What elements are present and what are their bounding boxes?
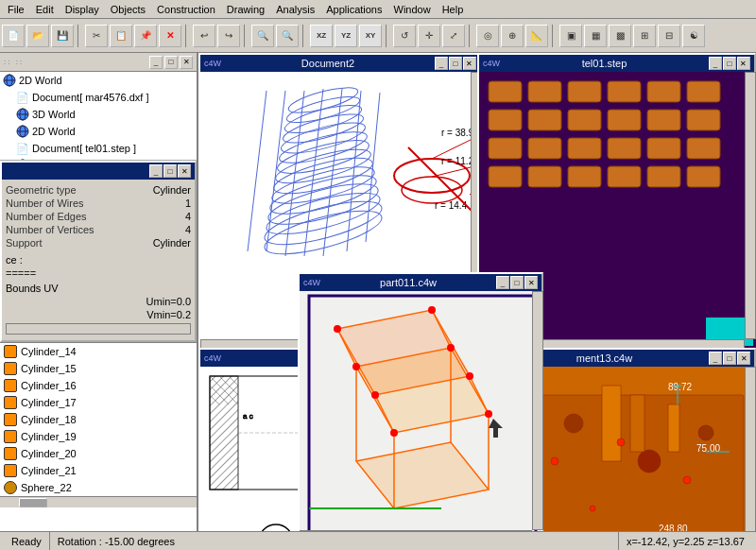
toolbar-save[interactable]: 💾 [51,25,74,47]
tel01-close[interactable]: ✕ [737,57,750,70]
tree-item-doc1[interactable]: 📄 Document[ mar4576.dxf ] [0,89,197,106]
cyl-item-16[interactable]: Cylinder_16 [0,377,197,394]
menu-edit[interactable]: Edit [30,2,60,17]
props-scrollbar[interactable] [6,323,191,335]
part011-close[interactable]: ✕ [524,276,538,289]
svg-rect-52 [568,110,601,130]
prop-vertices-value: 4 [185,224,191,235]
toolbar-open[interactable]: 📂 [26,25,49,47]
toolbar-sweep[interactable]: ◎ [476,25,499,47]
properties-panel: _ □ ✕ Geometric type Cylinder Number of … [0,161,197,342]
ment13-winbtns: _ □ ✕ [709,352,750,365]
cyl-item-19[interactable]: Cylinder_19 [0,428,197,445]
toolbar-snap[interactable]: ⊟ [658,25,680,47]
part011-maximize[interactable]: □ [510,276,524,289]
tel01-minimize[interactable]: _ [709,57,722,70]
menu-drawing[interactable]: Drawing [221,2,270,17]
toolbar-render[interactable]: ▩ [609,25,631,47]
ment13-vscroll[interactable] [745,367,756,531]
props-close[interactable]: ✕ [178,164,191,178]
part011-titlebar: c4W part011.c4w _ □ ✕ [300,274,541,291]
cyl-item-sphere[interactable]: Sphere_22 [0,479,197,496]
tree-item-2dworld2[interactable]: 2D World [0,123,197,140]
cyl-item-14[interactable]: Cylinder_14 [0,343,197,360]
doc2-maximize[interactable]: □ [449,57,462,70]
props-minimize[interactable]: _ [149,164,163,178]
toolbar-sep-4 [302,25,306,47]
props-content: Geometric type Cylinder Number of Wires … [2,180,195,340]
toolbar-grid[interactable]: ⊞ [633,25,656,47]
doc2-minimize[interactable]: _ [435,57,448,70]
svg-point-121 [698,425,713,440]
toolbar-delete[interactable]: ✕ [159,25,181,47]
menu-analysis[interactable]: Analysis [270,2,320,17]
svg-point-85 [428,306,436,314]
list-hscrollbar[interactable] [0,496,197,507]
doc2-close[interactable]: ✕ [463,57,476,70]
props-maximize[interactable]: □ [163,164,177,178]
cyl-item-17[interactable]: Cylinder_17 [0,394,197,411]
svg-point-25 [261,193,386,253]
toolbar-zoom[interactable]: 🔍 [251,25,274,47]
menu-help[interactable]: Help [437,2,470,17]
left-panel-maximize[interactable]: □ [164,56,178,69]
toolbar-cut[interactable]: ✂ [85,25,108,47]
menu-objects[interactable]: Objects [105,2,151,17]
ment13-minimize[interactable]: _ [709,352,722,365]
cyl-item-15[interactable]: Cylinder_15 [0,360,197,377]
part011-minimize[interactable]: _ [496,276,509,289]
svg-rect-51 [528,110,561,130]
svg-point-84 [334,325,341,333]
tel01-maximize[interactable]: □ [723,57,736,70]
toolbar-new[interactable]: 📄 [2,25,25,47]
svg-point-14 [269,160,378,211]
toolbar-zoom2[interactable]: 🔍 [276,25,299,47]
tree-item-2dworld[interactable]: 2D World [0,72,197,89]
doc2-winbtns: _ □ ✕ [435,57,476,70]
cyl-item-20[interactable]: Cylinder_20 [0,445,197,462]
status-coords-text: x=-12.42, y=2.25 z=13.67 [627,536,745,547]
tel01-vscroll[interactable] [745,72,756,339]
window-part011: c4W part011.c4w _ □ ✕ [298,272,543,531]
menu-construction[interactable]: Construction [151,2,221,17]
tree-item-3dworld1[interactable]: 3D World [0,106,197,123]
globe2-icon [15,124,30,139]
menu-window[interactable]: Window [388,2,437,17]
toolbar-redo[interactable]: ↪ [217,25,240,47]
left-panel-minimize[interactable]: _ [149,56,163,69]
part011-vscroll[interactable] [532,291,543,530]
toolbar-measure[interactable]: 📐 [525,25,548,47]
toolbar-extra[interactable]: ☯ [682,25,705,47]
part011-hscroll[interactable] [300,530,532,531]
toolbar-rotate[interactable]: ↺ [393,25,416,47]
cyl-item-18[interactable]: Cylinder_18 [0,411,197,428]
toolbar-yz[interactable]: YZ [335,25,357,47]
toolbar-copy[interactable]: 📋 [110,25,132,47]
ment13-close[interactable]: ✕ [737,352,750,365]
svg-point-93 [259,524,293,531]
scroll-thumb [19,498,47,507]
prop-umin: Umin=0.0 [6,295,191,308]
svg-point-13 [266,167,379,221]
toolbar-loft[interactable]: ⊕ [501,25,524,47]
toolbar-sep-3 [244,25,248,47]
toolbar-xz[interactable]: XZ [310,25,333,47]
toolbar-wireframe[interactable]: ▣ [559,25,582,47]
toolbar-paste[interactable]: 📌 [134,25,157,47]
toolbar-shaded[interactable]: ▦ [584,25,607,47]
toolbar-undo[interactable]: ↩ [193,25,215,47]
menu-display[interactable]: Display [60,2,105,17]
ment13-maximize[interactable]: □ [723,352,736,365]
toolbar-scale[interactable]: ⤢ [442,25,465,47]
menu-file[interactable]: File [2,2,30,17]
toolbar-xy[interactable]: XY [359,25,382,47]
tree-item-doc2[interactable]: 📄 Document[ tel01.step ] [0,140,197,157]
menu-applications[interactable]: Applications [320,2,387,17]
toolbar-move[interactable]: ✛ [418,25,440,47]
left-panel-close[interactable]: ✕ [180,56,193,69]
prop-vmin-value: Vmin=0.2 [146,309,191,320]
cyl-item-21[interactable]: Cylinder_21 [0,462,197,479]
svg-rect-61 [687,138,720,159]
svg-point-120 [638,450,661,473]
svg-rect-66 [647,166,680,187]
